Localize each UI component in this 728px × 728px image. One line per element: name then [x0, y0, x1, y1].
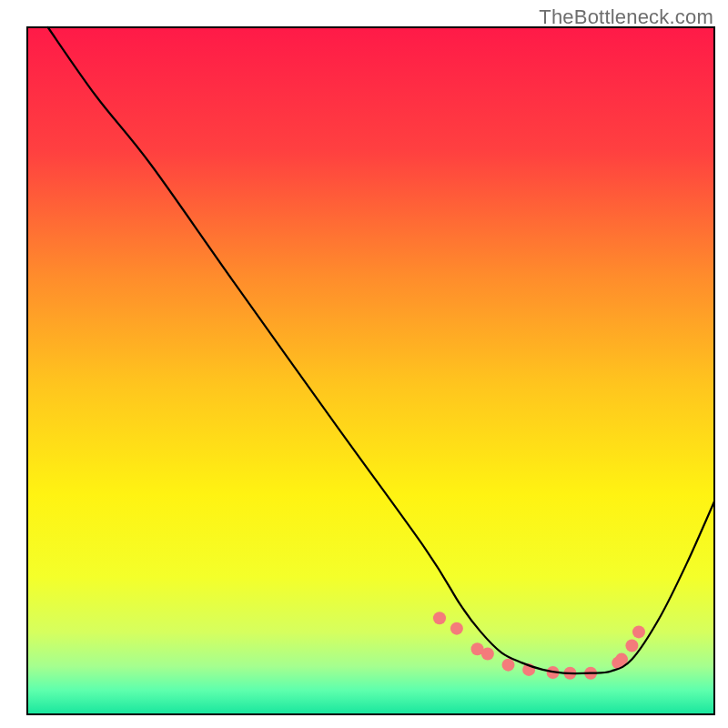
data-marker: [481, 648, 494, 661]
data-marker: [433, 612, 446, 624]
data-marker: [450, 622, 463, 635]
watermark-text: TheBottleneck.com: [539, 5, 713, 29]
chart-background: [27, 27, 714, 714]
data-marker: [632, 625, 645, 638]
chart-container: TheBottleneck.com: [0, 0, 728, 728]
data-marker: [502, 659, 515, 672]
chart-svg: [0, 0, 728, 728]
data-marker: [625, 640, 638, 652]
